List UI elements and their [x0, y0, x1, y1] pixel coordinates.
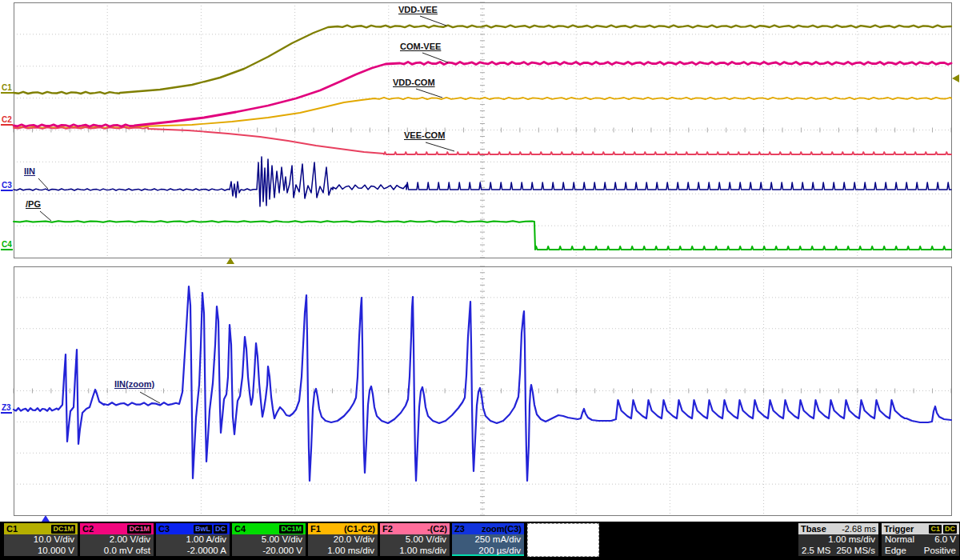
trace-label-com-vee: COM-VEE [400, 42, 441, 51]
volts-per-div: 2.00 V/div [83, 534, 150, 546]
label-arrow [140, 392, 160, 403]
offset-value: 0.0 mV ofst [83, 546, 150, 557]
math-descriptor-f2[interactable]: F2-(C2) 5.00 V/div1.00 ms/div [380, 523, 450, 556]
channel-id: F2 [382, 524, 393, 534]
label-arrow [426, 142, 454, 151]
amps-per-div: 250 mA/div [455, 534, 521, 546]
channel-id: C2 [82, 524, 94, 534]
timebase-descriptor[interactable]: Tbase-2.68 ms 1.00 ms/div2.5 MS250 MS/s [798, 523, 878, 556]
trigger-coupling-badge: DC [943, 525, 957, 534]
volts-per-div: 5.00 V/div [235, 534, 302, 546]
trace-label-iin-zoom: IIN(zoom) [114, 379, 154, 389]
trace-label-vdd-vee: VDD-VEE [398, 5, 438, 14]
trigger-level: 6.0 V [934, 534, 956, 546]
channel-descriptor-c2[interactable]: C2DC1M 2.00 V/div0.0 mV ofst [80, 523, 154, 556]
channel-marker-c4[interactable]: C4 [1, 240, 13, 250]
trigger-level-marker[interactable] [952, 74, 959, 82]
time-per-div: 1.00 ms/div [311, 546, 374, 557]
trigger-descriptor[interactable]: TriggerC1DC Normal6.0 VEdgePositive [882, 523, 959, 556]
math-descriptor-f1[interactable]: F1(C1-C2) 20.0 V/div1.00 ms/div [308, 523, 378, 556]
trigger-type: Edge [885, 546, 906, 557]
waveform-display [0, 0, 960, 560]
offset-value: -2.0000 A [159, 546, 226, 557]
volts-per-div: 10.0 V/div [7, 534, 74, 546]
timebase-delay: -2.68 ms [842, 524, 876, 534]
trigger-time-marker[interactable] [226, 258, 234, 264]
bandwidth-badge: BwL [194, 525, 212, 534]
trigger-mode: Normal [885, 534, 914, 546]
label-arrow [40, 211, 51, 221]
label-arrow [38, 178, 48, 189]
timebase-label: Tbase [801, 524, 826, 534]
trigger-source-badge: C1 [929, 525, 942, 534]
empty-descriptor-slot[interactable] [527, 523, 599, 557]
channel-id: C4 [234, 524, 246, 534]
channel-id: F1 [310, 524, 321, 534]
time-per-div: 200 µs/div [455, 546, 521, 557]
zoom-position-marker[interactable] [42, 515, 50, 522]
label-arrow [416, 89, 442, 98]
channel-descriptor-c1[interactable]: C1DC1M 10.0 V/div10.000 V [4, 523, 78, 556]
offset-value: 10.000 V [7, 546, 74, 557]
channel-id: C1 [6, 524, 18, 534]
coupling-badge: DC1M [51, 525, 75, 534]
trace-label-vee-com: VEE-COM [404, 130, 445, 140]
channel-id: C3 [158, 524, 170, 534]
trigger-label: Trigger [884, 524, 914, 534]
math-expression: (C1-C2) [344, 524, 375, 534]
label-arrow [420, 16, 446, 26]
zoom-source: zoom(C3) [482, 524, 522, 534]
zoom-descriptor-z3[interactable]: Z3zoom(C3) 250 mA/div200 µs/div [452, 523, 524, 556]
coupling-badge: DC [214, 525, 227, 534]
grid-top [14, 2, 952, 258]
sample-rate: 250 MS/s [836, 546, 875, 557]
label-arrow [422, 53, 448, 62]
trace-label-iin: IIN [24, 166, 35, 176]
trace-label-pg: /PG [26, 199, 41, 209]
channel-marker-c1[interactable]: C1 [1, 83, 13, 94]
channel-descriptor-c4[interactable]: C4DC1M 5.00 V/div-20.000 V [232, 523, 306, 556]
volts-per-div: 5.00 V/div [383, 534, 446, 546]
coupling-badge: DC1M [279, 525, 303, 534]
time-per-div: 1.00 ms/div [383, 546, 446, 557]
channel-marker-c3[interactable]: C3 [1, 181, 13, 191]
math-expression: -(C2) [427, 524, 447, 534]
sample-count: 2.5 MS [802, 546, 830, 557]
time-per-div: 1.00 ms/div [802, 534, 875, 546]
amps-per-div: 1.00 A/div [159, 534, 226, 546]
offset-value: -20.000 V [235, 546, 302, 557]
coupling-badge: DC1M [127, 525, 151, 534]
channel-descriptor-c3[interactable]: C3BwLDC 1.00 A/div-2.0000 A [156, 523, 230, 556]
status-bar: C1DC1M 10.0 V/div10.000 V C2DC1M 2.00 V/… [0, 522, 960, 560]
oscilloscope-screen: C1DC1M 10.0 V/div10.000 V C2DC1M 2.00 V/… [0, 0, 960, 560]
volts-per-div: 20.0 V/div [311, 534, 374, 546]
grid-bottom [14, 266, 952, 516]
trace-label-vdd-com: VDD-COM [393, 78, 435, 87]
trigger-slope: Positive [924, 546, 956, 557]
trace-c4-pg [14, 221, 951, 250]
channel-id: Z3 [454, 524, 465, 534]
channel-marker-c2[interactable]: C2 [1, 115, 13, 126]
channel-marker-z3[interactable]: Z3 [1, 403, 12, 414]
